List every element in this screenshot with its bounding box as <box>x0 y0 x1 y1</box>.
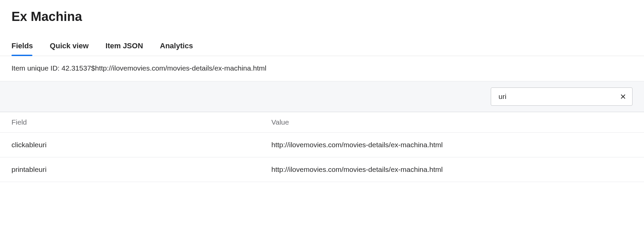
clear-search-button[interactable] <box>618 92 628 101</box>
item-id-value: 42.31537$http://ilovemovies.com/movies-d… <box>61 64 266 72</box>
cell-field: clickableuri <box>11 141 271 149</box>
column-header-value: Value <box>271 118 633 126</box>
tab-analytics[interactable]: Analytics <box>160 37 193 56</box>
tab-item-json[interactable]: Item JSON <box>106 37 143 56</box>
cell-value: http://ilovemovies.com/movies-details/ex… <box>271 165 633 174</box>
search-wrapper <box>491 87 633 106</box>
item-unique-id: Item unique ID: 42.31537$http://ilovemov… <box>0 56 644 81</box>
search-input[interactable] <box>491 87 633 106</box>
column-header-field: Field <box>11 118 271 126</box>
fields-table: Field Value clickableuri http://ilovemov… <box>0 112 644 182</box>
tab-fields[interactable]: Fields <box>11 37 33 56</box>
cell-value: http://ilovemovies.com/movies-details/ex… <box>271 141 633 149</box>
tab-quick-view[interactable]: Quick view <box>50 37 89 56</box>
close-icon <box>620 93 626 100</box>
table-row: clickableuri http://ilovemovies.com/movi… <box>0 133 644 157</box>
table-row: printableuri http://ilovemovies.com/movi… <box>0 157 644 182</box>
tabs: Fields Quick view Item JSON Analytics <box>0 37 644 56</box>
search-bar <box>0 81 644 112</box>
cell-field: printableuri <box>11 165 271 174</box>
table-header: Field Value <box>0 112 644 133</box>
page-title: Ex Machina <box>0 0 644 37</box>
item-id-label: Item unique ID: <box>11 64 61 72</box>
